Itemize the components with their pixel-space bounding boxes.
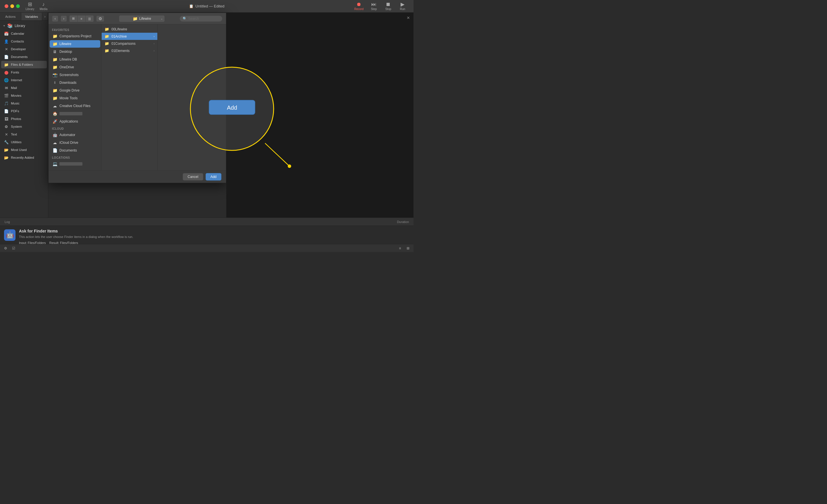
maximize-button[interactable] (16, 4, 20, 8)
sidebar-item-calendar[interactable]: 📅 Calendar (1, 30, 47, 37)
bottom-toolbar: ⚙ ☑ ≡ ⊞ (0, 244, 414, 252)
sidebar-collapse-arrow[interactable]: › (42, 13, 48, 20)
sidebar-item-mail[interactable]: ✉ Mail (1, 84, 47, 92)
finder-home[interactable]: 🏠 (50, 110, 100, 117)
fonts-icon: ⬤ (4, 70, 9, 74)
sidebar-item-utilities[interactable]: 🔧 Utilities (1, 138, 47, 146)
tab-variables[interactable]: Variables (21, 13, 43, 20)
finder-screenshots[interactable]: 📸 Screenshots (50, 71, 100, 79)
gear-button[interactable]: ⚙ (2, 245, 9, 251)
finder-sidebar: Favorites 📁 Comparisons Project 📁 Lifewi… (49, 24, 102, 170)
home-icon: 🏠 (53, 111, 57, 116)
cloud-icon: ☁ (53, 104, 57, 108)
record-button[interactable]: ⏺ Record (352, 1, 366, 12)
icon-view-button[interactable]: ⊞ (69, 15, 78, 22)
library-triangle: ▼ (3, 24, 5, 27)
sidebar-item-most-used[interactable]: 📂 Most Used (1, 146, 47, 154)
checkbox-button[interactable]: ☑ (10, 245, 17, 251)
arrow-icon: › (154, 49, 154, 52)
finder-columns: 📁 00Lifewire 📁 01Archive › (102, 24, 226, 170)
computer-icon: 💻 (53, 162, 57, 166)
media-button[interactable]: ♪ Media (37, 1, 50, 12)
finder-google-drive[interactable]: 📁 Google Drive (50, 87, 100, 94)
tab-actions[interactable]: Actions (0, 13, 21, 20)
column-view-button[interactable]: ||| (86, 15, 94, 22)
movies-icon: 🎬 (4, 93, 9, 98)
folder-icon: 📁 (53, 57, 57, 62)
action-button[interactable]: ⚙ (96, 15, 104, 22)
close-button[interactable] (5, 4, 8, 8)
duration-label: Duration (397, 220, 409, 223)
run-button[interactable]: ▶ Run (396, 1, 409, 12)
contacts-icon: 👤 (4, 39, 9, 44)
finder-documents-icloud[interactable]: 📄 Documents (50, 147, 100, 154)
documents-icon: 📄 (4, 55, 9, 59)
back-button[interactable]: ‹ (52, 15, 58, 22)
finder-movie-tools[interactable]: 📁 Movie Tools (50, 94, 100, 102)
step-button[interactable]: ⏭ Step (368, 1, 380, 12)
library-button[interactable]: ⊞ Library (23, 1, 37, 12)
finder-lifewire-db[interactable]: 📁 Lifewire DB (50, 56, 100, 63)
sidebar-item-text[interactable]: ✕ Text (1, 131, 47, 138)
search-icon: 🔍 (183, 17, 187, 21)
list-view-btn[interactable]: ≡ (397, 245, 403, 251)
finder-creative-cloud[interactable]: ☁ Creative Cloud Files (50, 102, 100, 110)
folder-icon: 📁 (104, 41, 109, 46)
close-panel-button[interactable]: ✕ (405, 15, 411, 21)
sidebar-item-movies[interactable]: 🎬 Movies (1, 92, 47, 99)
library-header[interactable]: ▼ 📚 Library (0, 21, 48, 30)
screenshots-icon: 📸 (53, 72, 57, 77)
finder-downloads[interactable]: ⬇ Downloads (50, 79, 100, 86)
forward-button[interactable]: › (61, 15, 67, 22)
folder-icon: 📁 (53, 34, 57, 39)
sidebar-item-internet[interactable]: 🌐 Internet (1, 77, 47, 84)
stop-button[interactable]: ⏹ Stop (382, 1, 395, 12)
library-icon: 📚 (7, 23, 13, 29)
col-item-00lifewire[interactable]: 📁 00Lifewire (102, 26, 157, 33)
sidebar-item-photos[interactable]: 🖼 Photos (1, 115, 47, 122)
icloud-icon: ☁ (53, 140, 57, 145)
sidebar-item-music[interactable]: 🎵 Music (1, 100, 47, 107)
finder-desktop[interactable]: 🖥 Desktop (50, 48, 100, 55)
stop-icon: ⏹ (386, 2, 391, 7)
finder-body: Favorites 📁 Comparisons Project 📁 Lifewi… (49, 24, 226, 170)
col-item-01elements[interactable]: 📁 01Elements › (102, 47, 157, 54)
arrow-icon: › (154, 35, 154, 38)
finder-automator[interactable]: 🤖 Automator (50, 131, 100, 139)
title-bar: ⊞ Library ♪ Media 📋 Untitled — Edited ⏺ … (0, 0, 414, 13)
location-pill[interactable]: 📁 Lifewire (119, 15, 165, 22)
bottom-section: Log Duration 🤖 Ask for Finder Items This… (0, 217, 414, 252)
finder-icloud-drive[interactable]: ☁ iCloud Drive (50, 139, 100, 146)
grid-view-btn[interactable]: ⊞ (405, 245, 411, 251)
utilities-icon: 🔧 (4, 140, 9, 144)
finder-location: 📁 Lifewire (106, 15, 177, 22)
record-icon: ⏺ (356, 2, 361, 7)
sidebar-item-fonts[interactable]: ⬤ Fonts (1, 68, 47, 76)
view-buttons: ⊞ ≡ ||| (69, 15, 94, 22)
cancel-button[interactable]: Cancel (183, 173, 203, 181)
log-bar: Log Duration (0, 218, 414, 226)
sidebar-item-system[interactable]: ⚙ System (1, 123, 47, 130)
sidebar-item-documents[interactable]: 📄 Documents (1, 53, 47, 60)
finder-comparisons-project[interactable]: 📁 Comparisons Project (50, 33, 100, 40)
text-icon: ✕ (4, 132, 9, 137)
sidebar-item-contacts[interactable]: 👤 Contacts (1, 38, 47, 45)
col-item-01comparisons[interactable]: 📁 01Comparisons › (102, 40, 157, 47)
finder-applications[interactable]: 🚀 Applications (50, 118, 100, 125)
finder-onedrive[interactable]: 📁 OneDrive (50, 63, 100, 71)
search-field[interactable]: 🔍 Search (180, 15, 223, 22)
finder-macbook[interactable]: 💻 (50, 160, 100, 168)
downloads-icon: ⬇ (53, 80, 57, 85)
sidebar-item-files-folders[interactable]: 📁 Files & Folders (1, 61, 47, 68)
finder-lifewire[interactable]: 📁 Lifewire (50, 40, 100, 48)
minimize-button[interactable] (10, 4, 14, 8)
list-view-button[interactable]: ≡ (78, 15, 86, 22)
sidebar-item-recently-added[interactable]: 📂 Recently Added (1, 154, 47, 161)
sidebar-item-pdfs[interactable]: 📄 PDFs (1, 107, 47, 115)
add-button[interactable]: Add (206, 173, 222, 181)
sidebar-item-developer[interactable]: ✕ Developer (1, 45, 47, 53)
col-item-01archive[interactable]: 📁 01Archive › (102, 33, 157, 40)
run-icon: ▶ (401, 2, 404, 7)
calendar-icon: 📅 (4, 31, 9, 36)
favorites-label: Favorites (49, 27, 101, 32)
